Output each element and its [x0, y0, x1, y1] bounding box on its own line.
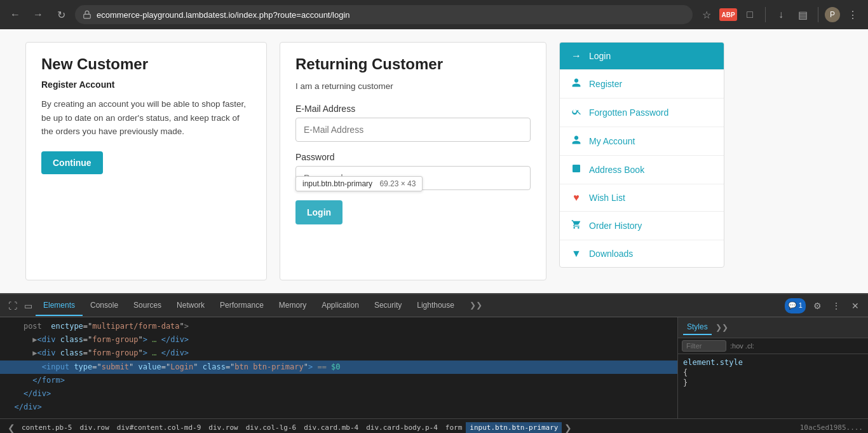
sidebar-forgotten-password-label: Forgotten Password — [589, 107, 668, 118]
sidebar-my-account-label: My Account — [589, 136, 635, 146]
abp-badge: ABP — [719, 8, 737, 21]
sidebar-item-wish-list[interactable]: ♥ Wish List — [560, 184, 724, 212]
extensions-button[interactable]: □ — [741, 6, 759, 24]
sidebar-item-address-book[interactable]: Address Book — [560, 156, 724, 184]
styles-panel: Styles ❯❯ :hov .cl: element.style { } — [677, 317, 868, 418]
devtools-tab-console[interactable]: Console — [83, 296, 126, 316]
continue-button[interactable]: Continue — [41, 151, 103, 174]
sidebar-item-order-history[interactable]: Order History — [560, 212, 724, 240]
breadcrumb-content-pb-5[interactable]: content.pb-5 — [18, 422, 76, 433]
password-input[interactable] — [295, 166, 531, 190]
register-icon — [570, 78, 583, 90]
sidebar-toggle-button[interactable]: ▤ — [794, 6, 811, 24]
svg-rect-0 — [84, 14, 91, 18]
sidebar-order-history-label: Order History — [589, 221, 642, 231]
browser-chrome: ← → ↻ ecommerce-playground.lambdatest.io… — [0, 0, 868, 29]
devtools-more-icon[interactable]: ⋮ — [829, 298, 844, 313]
forward-button[interactable]: → — [29, 6, 47, 24]
devtools-tab-more[interactable]: ❯❯ — [462, 296, 490, 316]
sidebar-item-login[interactable]: → Login — [560, 43, 724, 70]
email-form-group: E-Mail Address — [295, 104, 531, 142]
styles-filter-input[interactable] — [682, 340, 726, 352]
email-input[interactable] — [295, 118, 531, 142]
sidebar-item-forgotten-password[interactable]: Forgotten Password — [560, 99, 724, 127]
breadcrumb-input-btn-btn-primary[interactable]: input.btn.btn-primary — [466, 422, 562, 433]
wish-list-icon: ♥ — [570, 192, 583, 203]
breadcrumb-div-card-body-p-4[interactable]: div.card-body.p-4 — [362, 422, 442, 433]
devtools-tab-sources[interactable]: Sources — [126, 296, 169, 316]
browser-right-icons: ☆ ABP □ ↓ ▤ P ⋮ — [698, 6, 862, 24]
url-display: ecommerce-playground.lambdatest.io/index… — [97, 10, 685, 20]
sidebar-login-label: Login — [589, 51, 611, 61]
breadcrumb-div-col-lg-6[interactable]: div.col-lg-6 — [242, 422, 300, 433]
code-panel: post enctype="multipart/form-data"> ▶<di… — [0, 317, 677, 418]
devtools-tab-network[interactable]: Network — [169, 296, 212, 316]
page-content: New Customer Register Account By creatin… — [0, 29, 868, 293]
profile-avatar[interactable]: P — [825, 7, 840, 22]
sidebar-item-register[interactable]: Register — [560, 70, 724, 99]
menu-button[interactable]: ⋮ — [844, 6, 862, 24]
devtools-device-icon[interactable]: ▭ — [20, 298, 36, 313]
returning-customer-title: Returning Customer — [295, 55, 531, 73]
devtools-tab-lighthouse[interactable]: Lighthouse — [409, 296, 462, 316]
code-line-5: </form> — [0, 374, 677, 387]
styles-content: element.style { } — [678, 354, 868, 418]
styles-tab[interactable]: Styles — [683, 320, 712, 335]
breadcrumb-div-card-mb-4[interactable]: div.card.mb-4 — [300, 422, 362, 433]
devtools-tab-security[interactable]: Security — [367, 296, 409, 316]
register-account-label: Register Account — [41, 79, 251, 90]
password-label: Password — [295, 152, 531, 162]
devtools-settings-icon[interactable]: ⚙ — [810, 298, 825, 313]
devtools-tab-elements[interactable]: Elements — [36, 296, 83, 316]
devtools-panel: ⛶ ▭ Elements Console Sources Network Per… — [0, 293, 868, 433]
my-account-icon — [570, 135, 583, 148]
password-form-group: Password — [295, 152, 531, 190]
back-button[interactable]: ← — [6, 6, 24, 24]
breadcrumb-div-row-2[interactable]: div.row — [205, 422, 241, 433]
code-line-2: ▶<div class="form-group"> … </div> — [0, 333, 677, 347]
breadcrumb-form[interactable]: form — [442, 422, 466, 433]
devtools-tab-performance[interactable]: Performance — [212, 296, 271, 316]
divider — [765, 7, 766, 22]
breadcrumb-div-row[interactable]: div.row — [76, 422, 112, 433]
styles-rule-open: { — [683, 368, 863, 377]
code-line-6: </div> — [0, 387, 677, 401]
code-line-1: post enctype="multipart/form-data"> — [0, 320, 677, 333]
sidebar-downloads-label: Downloads — [589, 249, 633, 259]
download-button[interactable]: ↓ — [772, 6, 790, 24]
email-label: E-Mail Address — [295, 104, 531, 114]
address-book-icon — [570, 163, 583, 176]
returning-customer-subtitle: I am a returning customer — [295, 79, 531, 93]
sidebar-address-book-label: Address Book — [589, 165, 644, 175]
code-line-4-selected: <input type="submit" value="Login" class… — [0, 361, 677, 374]
breadcrumb-next-button[interactable]: ❯ — [562, 422, 574, 434]
devtools-tab-memory[interactable]: Memory — [271, 296, 314, 316]
security-icon — [83, 10, 92, 19]
bookmark-button[interactable]: ☆ — [698, 6, 715, 24]
breadcrumb-prev-button[interactable]: ❮ — [5, 422, 18, 434]
breadcrumb-bar: ❮ content.pb-5 div.row div#content.col-m… — [0, 418, 868, 433]
devtools-right-icons: 💬 1 ⚙ ⋮ ✕ — [785, 298, 863, 313]
styles-pseudo-label: :hov .cl: — [730, 342, 754, 350]
devtools-tabs: ⛶ ▭ Elements Console Sources Network Per… — [0, 294, 868, 317]
styles-arrow[interactable]: ❯❯ — [715, 323, 728, 332]
login-button[interactable]: Login — [295, 200, 342, 224]
styles-filter-bar: :hov .cl: — [678, 338, 868, 354]
devtools-main: post enctype="multipart/form-data"> ▶<di… — [0, 317, 868, 418]
login-icon: → — [570, 50, 583, 62]
breadcrumb-div-content-col-md-9[interactable]: div#content.col-md-9 — [113, 422, 205, 433]
sidebar-item-my-account[interactable]: My Account — [560, 127, 724, 156]
breadcrumb-right-text: 10ac5ed1985.... — [800, 423, 863, 432]
reload-button[interactable]: ↻ — [52, 6, 70, 24]
sidebar-wish-list-label: Wish List — [589, 193, 625, 203]
devtools-tab-application[interactable]: Application — [314, 296, 367, 316]
code-line-3: ▶<div class="form-group"> … </div> — [0, 347, 677, 360]
devtools-comment-badge[interactable]: 💬 1 — [785, 298, 806, 313]
address-bar[interactable]: ecommerce-playground.lambdatest.io/index… — [75, 5, 693, 24]
returning-customer-card: Returning Customer I am a returning cust… — [280, 42, 546, 280]
devtools-select-icon[interactable]: ⛶ — [5, 298, 20, 313]
divider2 — [818, 7, 818, 22]
sidebar-item-downloads[interactable]: ▼ Downloads — [560, 240, 724, 267]
devtools-close-icon[interactable]: ✕ — [848, 298, 863, 313]
styles-panel-header: Styles ❯❯ — [678, 317, 868, 338]
